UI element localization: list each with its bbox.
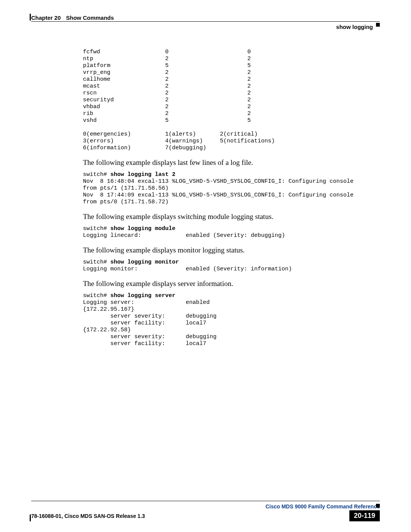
chapter-number: Chapter 20 [31, 14, 61, 21]
page-header: Chapter 20 Show Commands [31, 14, 380, 21]
code-block-server: switch# show logging server Logging serv… [83, 292, 380, 347]
prompt: switch# [83, 292, 110, 299]
output: Logging monitor: enabled (Severity: info… [83, 266, 292, 272]
para-module: The following example displays switching… [83, 212, 380, 221]
command: show logging server [110, 292, 175, 299]
footer-release: 78-16088-01, Cisco MDS SAN-OS Release 1.… [31, 513, 145, 519]
prompt: switch# [83, 171, 110, 178]
footer-square-icon [376, 504, 380, 508]
command: show logging monitor [110, 259, 179, 265]
code-block-facility: fcfwd 0 0 ntp 2 2 platform 5 5 vrrp_eng … [83, 49, 380, 152]
header-rule [31, 21, 380, 22]
para-monitor: The following example displays monitor l… [83, 246, 380, 254]
change-bar [30, 14, 31, 21]
output: Logging linecard: enabled (Severity: deb… [83, 232, 285, 239]
header-left: Chapter 20 Show Commands [31, 14, 114, 21]
change-bar [30, 514, 31, 521]
content: fcfwd 0 0 ntp 2 2 platform 5 5 vrrp_eng … [83, 49, 380, 354]
para-server: The following example displays server in… [83, 280, 380, 288]
prompt: switch# [83, 225, 110, 232]
chapter-title: Show Commands [66, 14, 114, 21]
code-block-last: switch# show logging last 2 Nov 8 16:48:… [83, 171, 380, 206]
page: Chapter 20 Show Commands show logging fc… [0, 0, 411, 532]
code-block-monitor: switch# show logging monitor Logging mon… [83, 259, 380, 273]
header-square-icon [376, 23, 380, 27]
output: Nov 8 16:48:04 excal-113 %LOG_VSHD-5-VSH… [83, 178, 354, 205]
section-title: show logging [336, 24, 373, 30]
command: show logging module [110, 225, 175, 232]
para-last-lines: The following example displays last few … [83, 158, 380, 167]
code-block-module: switch# show logging module Logging line… [83, 225, 380, 239]
page-footer: Cisco MDS 9000 Family Command Reference … [31, 501, 380, 521]
command: show logging last 2 [110, 171, 175, 178]
page-number: 20-119 [349, 510, 380, 521]
footer-product: Cisco MDS 9000 Family Command Reference [31, 503, 380, 510]
footer-row: 78-16088-01, Cisco MDS SAN-OS Release 1.… [31, 510, 380, 521]
footer-rule [31, 501, 380, 501]
output: Logging server: enabled {172.22.95.167} … [83, 299, 217, 347]
prompt: switch# [83, 259, 110, 265]
